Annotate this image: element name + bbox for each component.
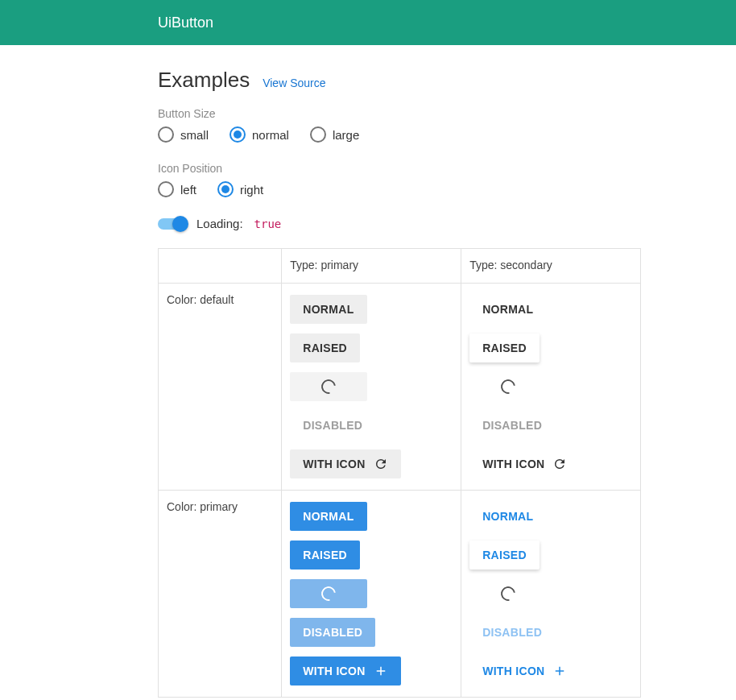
row-label-default: Color: default xyxy=(159,284,282,491)
normal-button[interactable]: NORMAL xyxy=(469,502,546,531)
plus-icon xyxy=(374,664,388,678)
radio-icon xyxy=(310,126,326,143)
radio-icon xyxy=(158,126,174,143)
normal-button[interactable]: NORMAL xyxy=(290,295,366,324)
loading-label: Loading: xyxy=(196,217,243,230)
table-header-empty xyxy=(159,249,282,284)
examples-table: Type: primary Type: secondary Color: def… xyxy=(158,248,641,698)
refresh-icon xyxy=(552,457,567,471)
disabled-button: DISABLED xyxy=(469,411,555,440)
radio-small[interactable]: small xyxy=(158,126,209,143)
spinner-icon xyxy=(319,376,339,396)
loading-button[interactable] xyxy=(290,372,367,401)
disabled-button: DISABLED xyxy=(290,411,375,440)
with-icon-button[interactable]: WITH ICON xyxy=(469,657,580,686)
icon-position-label: Icon Position xyxy=(158,162,657,175)
radio-icon xyxy=(158,181,174,197)
with-icon-button[interactable]: WITH ICON xyxy=(290,657,400,686)
table-header-secondary: Type: secondary xyxy=(461,249,641,284)
loading-button[interactable] xyxy=(290,579,367,608)
button-text: WITH ICON xyxy=(482,665,544,677)
button-text: WITH ICON xyxy=(303,458,365,470)
radio-label: small xyxy=(180,128,209,142)
button-size-group: small normal large xyxy=(158,126,657,143)
button-size-label: Button Size xyxy=(158,107,657,120)
button-text: WITH ICON xyxy=(482,458,544,470)
spinner-icon xyxy=(319,583,339,603)
icon-position-group: left right xyxy=(158,181,657,197)
table-header-primary: Type: primary xyxy=(282,249,461,284)
plus-icon xyxy=(552,664,567,678)
section-heading: Examples xyxy=(158,68,250,93)
radio-icon xyxy=(217,181,234,197)
raised-button[interactable]: RAISED xyxy=(290,541,360,570)
page-title: UiButton xyxy=(158,14,213,31)
radio-right[interactable]: right xyxy=(217,181,263,197)
radio-left[interactable]: left xyxy=(158,181,196,197)
spinner-icon xyxy=(498,583,519,603)
radio-label: large xyxy=(333,128,359,142)
normal-button[interactable]: NORMAL xyxy=(469,295,546,324)
app-toolbar: UiButton xyxy=(0,0,736,45)
with-icon-button[interactable]: WITH ICON xyxy=(469,449,580,478)
normal-button[interactable]: NORMAL xyxy=(290,502,366,531)
row-label-primary: Color: primary xyxy=(159,491,282,698)
radio-normal[interactable]: normal xyxy=(229,126,289,143)
raised-button[interactable]: RAISED xyxy=(469,541,540,570)
button-text: WITH ICON xyxy=(303,665,365,677)
radio-icon xyxy=(229,126,246,143)
toggle-knob xyxy=(172,216,188,232)
table-row: Color: default NORMAL RAISED DISABLED WI… xyxy=(159,284,641,491)
loading-button[interactable] xyxy=(469,372,547,401)
raised-button[interactable]: RAISED xyxy=(469,333,540,362)
loading-toggle[interactable] xyxy=(158,218,187,230)
refresh-icon xyxy=(374,457,388,471)
table-row: Color: primary NORMAL RAISED DISABLED WI… xyxy=(159,491,641,698)
radio-label: normal xyxy=(252,128,289,142)
loading-value: true xyxy=(253,217,282,230)
raised-button[interactable]: RAISED xyxy=(290,333,360,362)
radio-label: right xyxy=(240,183,263,197)
radio-label: left xyxy=(180,183,196,197)
view-source-link[interactable]: View Source xyxy=(263,77,325,89)
disabled-button: DISABLED xyxy=(469,618,555,647)
spinner-icon xyxy=(498,376,519,396)
with-icon-button[interactable]: WITH ICON xyxy=(290,449,400,478)
disabled-button: DISABLED xyxy=(290,618,375,647)
loading-button[interactable] xyxy=(469,579,547,608)
radio-large[interactable]: large xyxy=(310,126,359,143)
page-content: Examples View Source Button Size small n… xyxy=(158,45,657,698)
